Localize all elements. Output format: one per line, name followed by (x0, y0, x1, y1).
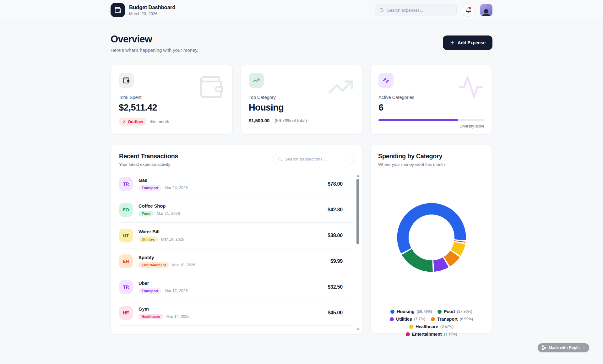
transaction-date: Mar 24, 2026 (165, 186, 188, 190)
diversity-progress-track (378, 119, 484, 121)
transaction-amount: $45.00 (328, 310, 343, 316)
transaction-amount: $32.50 (328, 284, 343, 290)
legend-name: Transport (437, 317, 458, 322)
transaction-name: Gas (139, 177, 188, 183)
transaction-date: Mar 17, 2026 (165, 289, 188, 293)
legend-name: Utilities (396, 317, 412, 322)
donut-slice-entertainment[interactable] (454, 240, 465, 243)
top-category-value: Housing (249, 102, 355, 113)
scrollbar-thumb[interactable] (356, 179, 359, 244)
legend-name: Entertainment (412, 332, 442, 337)
add-expense-button[interactable]: Add Expense (443, 35, 492, 50)
wallet-watermark-icon (198, 74, 224, 101)
active-categories-card: Active Categories 6 Diversity score (370, 65, 492, 134)
transaction-row[interactable]: UTWater BillUtilitiesMar 19, 2026$38.00 (119, 223, 354, 248)
transaction-category-badge: Entertainment (139, 262, 169, 268)
transaction-date: Mar 21, 2026 (157, 211, 180, 216)
scrollbar-down-arrow-icon[interactable] (356, 329, 360, 331)
legend-item-utilities: Utilities(7.7%) (390, 316, 425, 323)
legend-item-housing: Housing(59.73%) (390, 308, 432, 315)
activity-icon (378, 73, 394, 88)
plus-icon (450, 40, 455, 45)
spending-by-category-panel: Spending by Category Where your money we… (370, 145, 492, 333)
transaction-amount: $38.00 (328, 233, 343, 238)
outflow-badge: Outflow (119, 118, 146, 126)
app-title: Budget Dashboard (129, 4, 175, 11)
transactions-title: Recent Transactions (119, 153, 178, 160)
notifications-button[interactable] (462, 3, 475, 17)
transaction-amount: $78.00 (328, 181, 343, 187)
transaction-row[interactable]: FOCoffee ShopFoodMar 21, 2026$42.30 (119, 197, 354, 223)
transactions-subtitle: Your latest expense activity (119, 162, 178, 167)
legend-row: Entertainment(1.15%) (378, 331, 485, 338)
arrow-up-right-icon (122, 120, 126, 124)
recent-transactions-panel: Recent Transactions Your latest expense … (111, 145, 362, 335)
trending-up-watermark-icon (328, 74, 354, 101)
expense-search[interactable] (375, 4, 457, 16)
scrollbar[interactable] (356, 175, 359, 331)
legend-row: Healthcare(6.57%) (378, 323, 485, 330)
donut-slice-food[interactable] (402, 249, 432, 272)
legend-pct: (17.86%) (457, 309, 472, 314)
transaction-date: Mar 18, 2026 (172, 263, 195, 267)
legend-dot (390, 310, 394, 314)
legend-dot (437, 310, 442, 314)
legend-pct: (6.99%) (460, 317, 473, 321)
legend-item-food: Food(17.86%) (437, 308, 472, 315)
chart-title: Spending by Category (378, 153, 485, 160)
transaction-row[interactable]: ENSpotifyEntertainmentMar 18, 2026$9.99 (119, 248, 354, 274)
legend-item-healthcare: Healthcare(6.57%) (409, 323, 454, 330)
header-date: March 23, 2026 (129, 11, 175, 16)
transaction-avatar: HE (119, 306, 133, 320)
transactions-search-input[interactable] (285, 157, 349, 161)
legend-row: Housing(59.73%)Food(17.86%) (378, 308, 485, 315)
donut-chart (378, 201, 485, 274)
transactions-search[interactable] (273, 153, 354, 165)
transactions-list: TRGasTransportMar 24, 2026$78.00FOCoffee… (119, 171, 354, 326)
transaction-row[interactable]: TRUberTransportMar 17, 2026$32.50 (119, 274, 354, 300)
total-spent-card: Total Spent $2,511.42 Outflow this month (111, 65, 233, 134)
chart-subtitle: Where your money went this month (378, 162, 485, 167)
transaction-avatar: TR (119, 280, 133, 294)
user-avatar[interactable] (480, 4, 492, 16)
add-expense-label: Add Expense (458, 40, 486, 45)
transaction-amount: $9.99 (330, 258, 343, 264)
transaction-name: Spotify (139, 255, 195, 260)
legend-item-transport: Transport(6.99%) (431, 316, 473, 323)
transaction-date: Mar 14, 2026 (166, 314, 190, 319)
made-with-replit-badge[interactable]: Made with Replit × (538, 343, 589, 352)
expense-search-input[interactable] (387, 8, 453, 13)
activity-watermark-icon (458, 74, 484, 101)
notification-dot (469, 7, 471, 9)
legend-pct: (7.7%) (414, 317, 425, 321)
diversity-progress-fill (378, 119, 458, 121)
transaction-name: Water Bill (139, 229, 184, 234)
legend-pct: (6.57%) (440, 324, 454, 329)
replit-logo-icon (542, 345, 546, 350)
wallet-icon (119, 73, 134, 88)
avatar-person (481, 8, 492, 16)
main-content: Overview Here's what's happening with yo… (111, 34, 492, 335)
transaction-row[interactable]: TRGasTransportMar 24, 2026$78.00 (119, 171, 354, 197)
transaction-category-badge: Transport (139, 288, 161, 294)
page-title: Overview (111, 34, 198, 45)
top-category-card: Top Category Housing $1,500.00 (59.73% o… (241, 65, 363, 134)
brand: Budget Dashboard March 23, 2026 (111, 3, 175, 17)
top-category-amount: $1,500.00 (249, 118, 270, 123)
badge-close-icon[interactable]: × (583, 345, 585, 350)
transaction-name: Uber (139, 280, 188, 286)
app-logo (111, 3, 125, 17)
transaction-row[interactable]: HEGymHealthcareMar 14, 2026$45.00 (119, 300, 354, 326)
transaction-category-badge: Healthcare (139, 314, 163, 319)
legend-name: Food (444, 309, 455, 314)
transaction-category-badge: Utilities (139, 236, 158, 242)
search-icon (278, 157, 282, 161)
replit-badge-label: Made with Replit (549, 345, 580, 350)
wallet-icon (114, 7, 121, 14)
transaction-avatar: EN (119, 254, 133, 268)
page-subtitle: Here's what's happening with your money. (111, 47, 198, 53)
legend-dot (431, 317, 435, 321)
total-spent-note: this month (149, 119, 169, 124)
legend-pct: (1.15%) (444, 332, 457, 336)
scrollbar-up-arrow-icon[interactable] (356, 175, 360, 177)
